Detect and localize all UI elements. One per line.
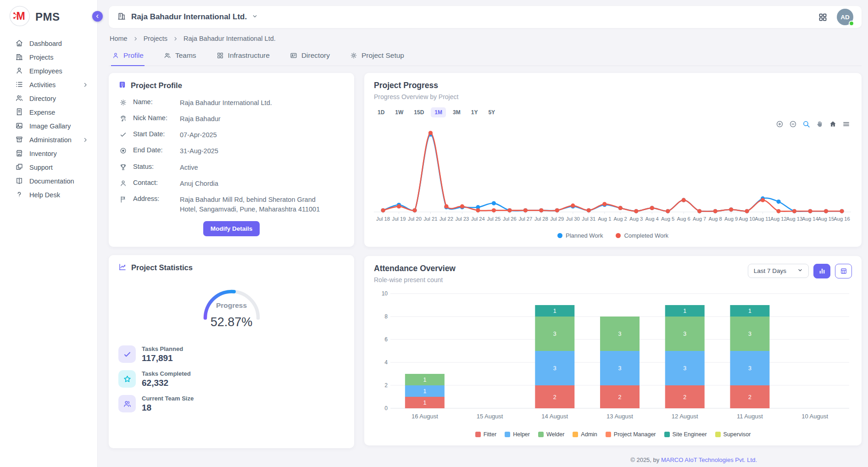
app-root: M PMS Dashboard Projects Employees <box>0 0 868 467</box>
footer-text: © 2025, by <box>630 456 661 463</box>
company-selector[interactable]: Raja Bahadur International Ltd. <box>117 11 258 23</box>
sidebar-item-dashboard[interactable]: Dashboard <box>0 37 97 50</box>
legend-item[interactable]: Fitter <box>475 431 496 438</box>
card-subtitle: Role-wise present count <box>374 276 456 284</box>
svg-text:1: 1 <box>553 308 556 314</box>
sidebar-item-administration[interactable]: Administration <box>0 133 97 147</box>
legend-swatch <box>606 432 611 437</box>
line-chart-area: Jul 18Jul 19Jul 20Jul 21Jul 22Jul 23Jul … <box>374 119 852 239</box>
legend-item[interactable]: Helper <box>505 431 530 438</box>
left-column: Project Profile Name: Raja Bahadur Inter… <box>109 73 354 448</box>
zoom-out-icon[interactable] <box>789 120 797 128</box>
svg-text:1: 1 <box>683 308 686 314</box>
sidebar-item-documentation[interactable]: Documentation <box>0 174 97 188</box>
breadcrumb-home[interactable]: Home <box>110 35 128 42</box>
tab-project-setup[interactable]: Project Setup <box>349 48 405 66</box>
image-icon <box>15 122 23 131</box>
range-5y[interactable]: 5Y <box>484 107 499 117</box>
project-progress-card: Project Progress Progress Overview by Pr… <box>364 73 862 247</box>
project-profile-title-row: Project Profile <box>118 81 345 90</box>
sidebar-item-activities[interactable]: Activities <box>0 78 97 92</box>
line-chart[interactable]: Jul 18Jul 19Jul 20Jul 21Jul 22Jul 23Jul … <box>374 119 851 229</box>
modify-details-button[interactable]: Modify Details <box>203 221 260 236</box>
svg-text:Jul 29: Jul 29 <box>550 216 564 222</box>
table-view-button[interactable] <box>835 264 852 278</box>
question-icon <box>15 190 23 200</box>
legend-item[interactable]: Planned Work <box>557 232 603 239</box>
sidebar-item-inventory[interactable]: Inventory <box>0 147 97 161</box>
sidebar-item-help-desk[interactable]: Help Desk <box>0 188 97 202</box>
receipt-icon <box>15 108 23 117</box>
tab-infrastructure[interactable]: Infrastructure <box>216 48 271 66</box>
sidebar-item-projects[interactable]: Projects <box>0 50 97 64</box>
project-progress-header: Project Progress Progress Overview by Pr… <box>374 81 852 100</box>
tab-teams[interactable]: Teams <box>163 48 197 66</box>
reset-home-icon[interactable] <box>829 120 837 128</box>
pms-logo-icon: M <box>9 6 30 28</box>
tab-profile[interactable]: Profile <box>111 48 145 66</box>
range-1m[interactable]: 1M <box>431 107 446 117</box>
avatar[interactable]: AD <box>837 9 853 25</box>
legend-item[interactable]: Site Engineer <box>664 431 707 438</box>
check-icon <box>118 345 136 363</box>
pan-hand-icon[interactable] <box>816 120 823 128</box>
svg-text:13 August: 13 August <box>606 413 633 420</box>
main-content: Raja Bahadur International Ltd. AD Home … <box>98 0 868 467</box>
sidebar-collapse-button[interactable] <box>92 11 103 22</box>
legend-item[interactable]: Supervisor <box>715 431 751 438</box>
legend-item[interactable]: Admin <box>573 431 597 438</box>
field-start-date: Start Date: 07-Apr-2025 <box>118 130 345 139</box>
trophy-icon <box>118 163 128 171</box>
range-1d[interactable]: 1D <box>374 107 388 117</box>
book-icon <box>15 177 23 186</box>
svg-text:Aug 11: Aug 11 <box>755 216 771 222</box>
bar-chart-icon <box>818 267 826 275</box>
svg-text:Jul 31: Jul 31 <box>582 216 595 222</box>
range-3m[interactable]: 3M <box>449 107 464 117</box>
breadcrumb-current: Raja Bahadur International Ltd. <box>184 35 276 42</box>
project-profile-card: Project Profile Name: Raja Bahadur Inter… <box>109 73 354 247</box>
tab-bar: Profile Teams Infrastructure Directory P… <box>109 48 862 66</box>
legend-swatch <box>505 432 510 437</box>
legend-item[interactable]: Welder <box>538 431 564 438</box>
sidebar: M PMS Dashboard Projects Employees <box>0 0 98 467</box>
footer: © 2025, by MARCO AIoT Technologies Pvt. … <box>109 452 862 467</box>
store-icon <box>15 149 23 159</box>
chevron-right-icon <box>133 36 138 41</box>
range-15d[interactable]: 15D <box>410 107 428 117</box>
sidebar-item-employees[interactable]: Employees <box>0 64 97 78</box>
sidebar-item-support[interactable]: Support <box>0 161 97 174</box>
svg-text:2: 2 <box>683 394 686 400</box>
card-title: Attendance Overview <box>374 264 456 273</box>
attendance-bar-chart[interactable]: 024681011116 August15 August233114 Augus… <box>374 288 851 426</box>
building-badge-icon <box>118 81 126 90</box>
legend-item[interactable]: Completed Work <box>616 232 668 239</box>
attendance-controls: Last 7 Days <box>748 264 852 278</box>
tab-directory[interactable]: Directory <box>289 48 331 66</box>
check-icon <box>118 130 128 139</box>
svg-text:6: 6 <box>384 336 388 343</box>
footer-company-link[interactable]: MARCO AIoT Technologies Pvt. Ltd. <box>661 456 757 463</box>
apps-grid-icon[interactable] <box>818 12 828 22</box>
breadcrumb-projects[interactable]: Projects <box>144 35 167 42</box>
svg-text:Jul 24: Jul 24 <box>471 216 485 222</box>
range-1w[interactable]: 1W <box>391 107 407 117</box>
sidebar-item-expense[interactable]: Expense <box>0 106 97 119</box>
legend-dot <box>616 233 621 238</box>
range-1y[interactable]: 1Y <box>467 107 482 117</box>
selection-zoom-icon[interactable] <box>802 120 810 128</box>
bar-chart-view-button[interactable] <box>813 264 830 278</box>
sidebar-item-image-gallery[interactable]: Image Gallary <box>0 119 97 133</box>
content-grid: Project Profile Name: Raja Bahadur Inter… <box>109 73 862 448</box>
zoom-in-icon[interactable] <box>776 120 784 128</box>
svg-text:Aug 2: Aug 2 <box>614 216 627 222</box>
sidebar-item-directory[interactable]: Directory <box>0 92 97 106</box>
home-icon <box>15 39 23 49</box>
attendance-header: Attendance Overview Role-wise present co… <box>374 264 852 284</box>
list-icon <box>15 80 23 90</box>
menu-icon[interactable] <box>842 120 850 128</box>
legend-swatch <box>573 432 578 437</box>
chevron-right-icon <box>173 36 178 41</box>
date-range-select[interactable]: Last 7 Days <box>748 264 809 278</box>
legend-item[interactable]: Project Manager <box>606 431 656 438</box>
